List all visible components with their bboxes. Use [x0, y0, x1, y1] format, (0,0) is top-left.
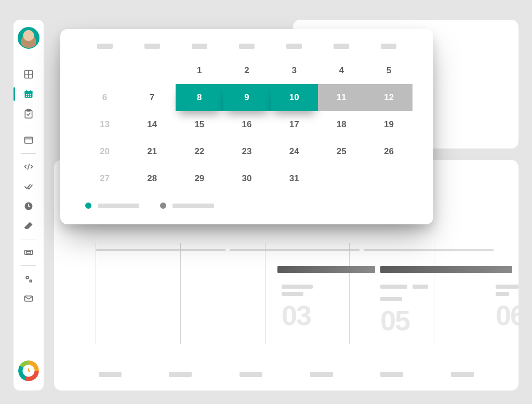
- calendar-day-cell[interactable]: 31: [271, 165, 318, 192]
- timeline-day-column: 06: [496, 285, 518, 331]
- calendar-week-row: 6789101112: [81, 84, 413, 111]
- legend-dot-icon: [85, 203, 91, 209]
- calendar-week-row: 12345: [81, 57, 413, 84]
- svg-rect-15: [25, 137, 33, 143]
- sidebar-separator: [21, 153, 36, 154]
- code-icon: [23, 161, 34, 172]
- sidebar-item-dashboard[interactable]: [14, 64, 44, 84]
- svg-line-17: [28, 164, 29, 170]
- sidebar-item-eraser[interactable]: [14, 216, 44, 236]
- svg-rect-9: [30, 94, 31, 95]
- day-number: 05: [380, 304, 443, 336]
- calendar-day-cell[interactable]: 18: [318, 111, 365, 138]
- calendar-day-cell[interactable]: 1: [176, 57, 223, 84]
- calendar-day-cell[interactable]: 11: [318, 84, 365, 111]
- calendar-week-row: 13141516171819: [81, 111, 413, 138]
- sidebar-item-tasks[interactable]: [14, 104, 44, 124]
- timeline-event[interactable]: [380, 266, 512, 273]
- calendar-day-cell[interactable]: 10: [271, 84, 318, 111]
- day-number: 03: [282, 299, 344, 331]
- eraser-icon: [23, 221, 34, 231]
- calendar-day-cell[interactable]: 13: [81, 111, 128, 138]
- calendar-day-cell: [365, 165, 413, 192]
- legend-label: [172, 204, 214, 208]
- double-check-icon: [23, 181, 34, 192]
- calendar-icon: [23, 89, 34, 99]
- sidebar: [14, 20, 44, 390]
- timeline-day-column: 03: [282, 285, 344, 331]
- calendar-week-row: 20212223242526: [81, 138, 413, 165]
- calendar-day-cell[interactable]: 22: [176, 138, 223, 165]
- window-icon: [23, 135, 34, 145]
- grid-icon: [23, 69, 34, 79]
- calendar-day-cell[interactable]: 25: [318, 138, 365, 165]
- legend-label: [98, 204, 139, 208]
- calendar-day-cell[interactable]: 30: [223, 165, 270, 192]
- calendar-day-cell[interactable]: 14: [128, 111, 176, 138]
- sidebar-separator: [21, 265, 36, 266]
- calendar-day-cell[interactable]: 26: [365, 138, 413, 165]
- calendar-day-cell: [318, 165, 365, 192]
- sidebar-item-approvals[interactable]: [14, 177, 44, 196]
- calendar-day-cell[interactable]: 17: [271, 111, 318, 138]
- sidebar-item-code[interactable]: [14, 157, 44, 177]
- calendar-day-cell[interactable]: 5: [365, 57, 413, 84]
- calendar-day-cell[interactable]: 24: [271, 138, 318, 165]
- svg-rect-19: [25, 250, 33, 254]
- sidebar-item-calendar[interactable]: [14, 84, 44, 104]
- calendar-day-cell[interactable]: 9: [223, 84, 270, 111]
- calendar-day-cell[interactable]: 2: [223, 57, 270, 84]
- calendar-grid: 1234567891011121314151617181920212223242…: [81, 57, 413, 192]
- calendar-day-cell: [81, 57, 128, 84]
- calendar-popover: 1234567891011121314151617181920212223242…: [60, 29, 433, 224]
- calendar-legend: [81, 203, 413, 209]
- clock-small-icon: [24, 366, 33, 375]
- calendar-day-headers: [81, 44, 413, 49]
- legend-item-passive: [160, 203, 214, 209]
- clipboard-check-icon: [23, 109, 34, 119]
- calendar-day-cell[interactable]: 8: [176, 84, 223, 111]
- svg-rect-12: [30, 96, 31, 97]
- svg-rect-8: [28, 94, 29, 95]
- calendar-day-cell[interactable]: 27: [81, 165, 128, 192]
- svg-rect-6: [30, 90, 31, 92]
- svg-point-24: [30, 280, 31, 281]
- timeline-day-column: 05: [380, 285, 443, 336]
- calendar-day-cell[interactable]: 23: [223, 138, 270, 165]
- legend-dot-icon: [160, 203, 166, 209]
- calendar-day-cell[interactable]: 28: [128, 165, 176, 192]
- calendar-day-cell[interactable]: 21: [128, 138, 176, 165]
- calendar-day-cell[interactable]: 4: [318, 57, 365, 84]
- app-frame: 03 05 06 1234567891011121314151617181920…: [4, 4, 528, 400]
- svg-rect-4: [25, 91, 33, 93]
- timeline-footer-labels: [54, 372, 518, 379]
- sidebar-separator: [21, 127, 36, 127]
- sidebar-item-settings[interactable]: [14, 269, 44, 289]
- calendar-day-cell[interactable]: 12: [365, 84, 413, 111]
- svg-rect-5: [26, 90, 27, 92]
- sidebar-item-tickets[interactable]: [14, 243, 44, 262]
- calendar-day-cell: [128, 57, 176, 84]
- legend-item-active: [85, 203, 139, 209]
- logo-ring-icon: [18, 360, 39, 381]
- svg-rect-11: [28, 96, 29, 97]
- calendar-day-cell[interactable]: 19: [365, 111, 413, 138]
- calendar-day-cell[interactable]: 7: [128, 84, 176, 111]
- sidebar-logo[interactable]: [18, 360, 39, 381]
- calendar-day-cell[interactable]: 15: [176, 111, 223, 138]
- sidebar-item-time[interactable]: [14, 196, 44, 216]
- day-number: 06: [496, 299, 518, 331]
- calendar-day-cell[interactable]: 29: [176, 165, 223, 192]
- calendar-day-cell[interactable]: 3: [271, 57, 318, 84]
- sidebar-item-window[interactable]: [14, 130, 44, 150]
- calendar-day-cell[interactable]: 16: [223, 111, 270, 138]
- ticket-icon: [23, 247, 34, 258]
- clock-icon: [23, 201, 34, 211]
- calendar-day-cell[interactable]: 20: [81, 138, 128, 165]
- calendar-day-cell[interactable]: 6: [81, 84, 128, 111]
- avatar[interactable]: [18, 27, 39, 49]
- svg-rect-7: [26, 94, 27, 95]
- sidebar-item-mail[interactable]: [14, 289, 44, 308]
- sidebar-separator: [21, 239, 36, 239]
- timeline-event[interactable]: [277, 266, 375, 273]
